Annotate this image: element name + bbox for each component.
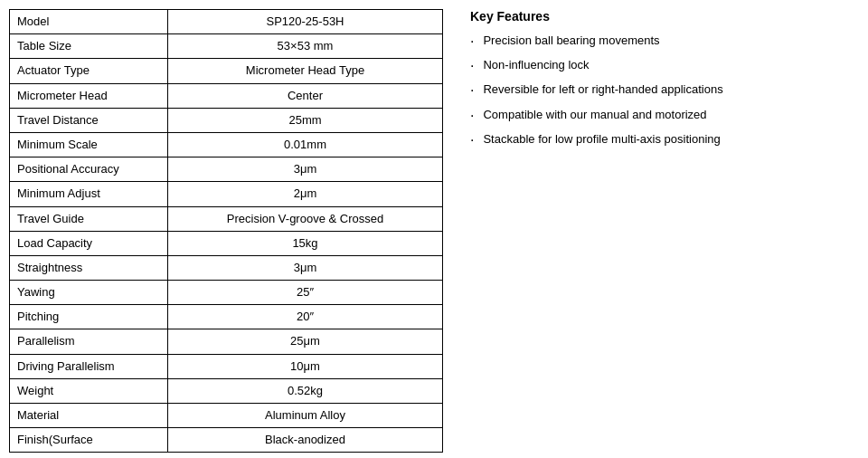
table-row: Parallelism25μm — [10, 329, 443, 354]
spec-label: Weight — [10, 378, 168, 403]
feature-item: ·Stackable for low profile multi-axis po… — [470, 131, 850, 148]
spec-label: Material — [10, 404, 168, 428]
spec-table: ModelSP120-25-53HTable Size53×53 mmActua… — [9, 9, 443, 453]
spec-value: 15kg — [168, 231, 443, 255]
spec-value: Center — [168, 83, 443, 108]
table-row: Straightness3μm — [10, 255, 443, 280]
feature-text: Non-influencing lock — [483, 57, 589, 73]
spec-label: Travel Guide — [10, 206, 168, 231]
spec-label: Actuator Type — [10, 59, 168, 83]
table-row: Micrometer HeadCenter — [10, 83, 443, 108]
table-row: Table Size53×53 mm — [10, 34, 443, 59]
spec-label: Pitching — [10, 305, 168, 329]
table-row: Actuator TypeMicrometer Head Type — [10, 59, 443, 83]
spec-value: 3μm — [168, 157, 443, 182]
spec-label: Driving Parallelism — [10, 354, 168, 378]
spec-label: Load Capacity — [10, 231, 168, 255]
feature-text: Precision ball bearing movements — [483, 33, 659, 49]
spec-value: 0.01mm — [168, 132, 443, 157]
table-row: Weight0.52kg — [10, 378, 443, 403]
spec-value: 25″ — [168, 281, 443, 305]
table-row: Finish(SurfaceBlack-anodized — [10, 428, 443, 453]
spec-value: 20″ — [168, 305, 443, 329]
table-row: Minimum Adjust2μm — [10, 182, 443, 206]
spec-label: Travel Distance — [10, 108, 168, 132]
main-container: ModelSP120-25-53HTable Size53×53 mmActua… — [9, 9, 859, 453]
spec-value: 53×53 mm — [168, 34, 443, 59]
feature-item: ·Compatible with our manual and motorize… — [470, 107, 850, 124]
spec-label: Minimum Scale — [10, 132, 168, 157]
feature-text: Stackable for low profile multi-axis pos… — [483, 131, 720, 148]
spec-label: Straightness — [10, 255, 168, 280]
features-list: ·Precision ball bearing movements·Non-in… — [470, 33, 850, 148]
spec-value: Aluminum Alloy — [168, 404, 443, 428]
feature-text: Reversible for left or right-handed appl… — [483, 81, 722, 98]
spec-label: Positional Accuracy — [10, 157, 168, 182]
feature-item: ·Non-influencing lock — [470, 57, 850, 74]
table-row: Driving Parallelism10μm — [10, 354, 443, 378]
table-row: Travel Distance25mm — [10, 108, 443, 132]
feature-dot-icon: · — [470, 107, 474, 124]
feature-text: Compatible with our manual and motorized — [483, 107, 706, 123]
spec-value: 2μm — [168, 182, 443, 206]
feature-dot-icon: · — [470, 33, 474, 50]
feature-item: ·Reversible for left or right-handed app… — [470, 81, 850, 99]
spec-value: 10μm — [168, 354, 443, 378]
spec-label: Table Size — [10, 34, 168, 59]
table-row: Pitching20″ — [10, 305, 443, 329]
spec-value: Precision V-groove & Crossed — [168, 206, 443, 231]
table-row: Travel GuidePrecision V-groove & Crossed — [10, 206, 443, 231]
feature-item: ·Precision ball bearing movements — [470, 33, 850, 50]
table-row: Positional Accuracy3μm — [10, 157, 443, 182]
spec-value: 3μm — [168, 255, 443, 280]
feature-dot-icon: · — [470, 57, 474, 74]
spec-value: Micrometer Head Type — [168, 59, 443, 83]
spec-value: 0.52kg — [168, 378, 443, 403]
spec-label: Finish(Surface — [10, 428, 168, 453]
spec-value: 25μm — [168, 329, 443, 354]
table-row: Load Capacity15kg — [10, 231, 443, 255]
spec-value: SP120-25-53H — [168, 10, 443, 34]
spec-value: 25mm — [168, 108, 443, 132]
table-row: MaterialAluminum Alloy — [10, 404, 443, 428]
table-row: ModelSP120-25-53H — [10, 10, 443, 34]
spec-label: Micrometer Head — [10, 83, 168, 108]
key-features-title: Key Features — [470, 9, 850, 24]
key-features-panel: Key Features ·Precision ball bearing mov… — [461, 9, 859, 453]
table-row: Minimum Scale0.01mm — [10, 132, 443, 157]
spec-label: Model — [10, 10, 168, 34]
spec-label: Parallelism — [10, 329, 168, 354]
spec-value: Black-anodized — [168, 428, 443, 453]
table-row: Yawing25″ — [10, 281, 443, 305]
feature-dot-icon: · — [470, 81, 474, 99]
spec-label: Minimum Adjust — [10, 182, 168, 206]
feature-dot-icon: · — [470, 131, 474, 148]
spec-label: Yawing — [10, 281, 168, 305]
